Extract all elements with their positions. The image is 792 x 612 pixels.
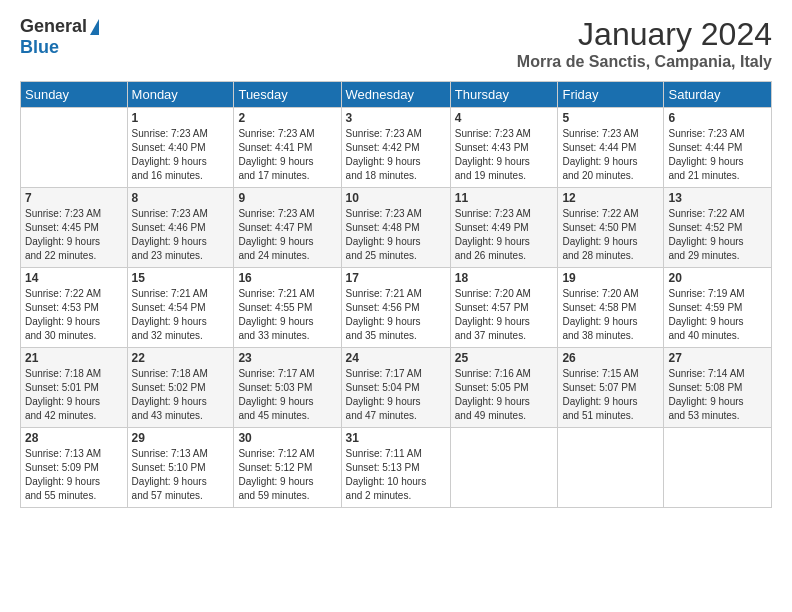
day-info: Sunrise: 7:23 AM Sunset: 4:43 PM Dayligh… <box>455 127 554 183</box>
logo-general-text: General <box>20 16 87 37</box>
day-number: 8 <box>132 191 230 205</box>
logo-triangle-icon <box>90 19 99 35</box>
calendar-cell: 3Sunrise: 7:23 AM Sunset: 4:42 PM Daylig… <box>341 108 450 188</box>
calendar-cell: 30Sunrise: 7:12 AM Sunset: 5:12 PM Dayli… <box>234 428 341 508</box>
day-info: Sunrise: 7:21 AM Sunset: 4:56 PM Dayligh… <box>346 287 446 343</box>
day-info: Sunrise: 7:16 AM Sunset: 5:05 PM Dayligh… <box>455 367 554 423</box>
week-row-5: 28Sunrise: 7:13 AM Sunset: 5:09 PM Dayli… <box>21 428 772 508</box>
day-number: 19 <box>562 271 659 285</box>
calendar-cell: 13Sunrise: 7:22 AM Sunset: 4:52 PM Dayli… <box>664 188 772 268</box>
day-number: 24 <box>346 351 446 365</box>
calendar-cell <box>21 108 128 188</box>
day-number: 20 <box>668 271 767 285</box>
day-number: 26 <box>562 351 659 365</box>
day-info: Sunrise: 7:21 AM Sunset: 4:55 PM Dayligh… <box>238 287 336 343</box>
calendar-cell <box>450 428 558 508</box>
calendar-cell: 1Sunrise: 7:23 AM Sunset: 4:40 PM Daylig… <box>127 108 234 188</box>
day-info: Sunrise: 7:15 AM Sunset: 5:07 PM Dayligh… <box>562 367 659 423</box>
day-number: 14 <box>25 271 123 285</box>
week-row-1: 1Sunrise: 7:23 AM Sunset: 4:40 PM Daylig… <box>21 108 772 188</box>
calendar-header-row: SundayMondayTuesdayWednesdayThursdayFrid… <box>21 82 772 108</box>
calendar-table: SundayMondayTuesdayWednesdayThursdayFrid… <box>20 81 772 508</box>
day-number: 7 <box>25 191 123 205</box>
day-number: 18 <box>455 271 554 285</box>
day-number: 15 <box>132 271 230 285</box>
week-row-2: 7Sunrise: 7:23 AM Sunset: 4:45 PM Daylig… <box>21 188 772 268</box>
calendar-cell: 9Sunrise: 7:23 AM Sunset: 4:47 PM Daylig… <box>234 188 341 268</box>
day-info: Sunrise: 7:13 AM Sunset: 5:10 PM Dayligh… <box>132 447 230 503</box>
calendar-cell: 2Sunrise: 7:23 AM Sunset: 4:41 PM Daylig… <box>234 108 341 188</box>
calendar-cell: 27Sunrise: 7:14 AM Sunset: 5:08 PM Dayli… <box>664 348 772 428</box>
calendar-cell: 10Sunrise: 7:23 AM Sunset: 4:48 PM Dayli… <box>341 188 450 268</box>
day-info: Sunrise: 7:18 AM Sunset: 5:02 PM Dayligh… <box>132 367 230 423</box>
day-number: 25 <box>455 351 554 365</box>
day-number: 9 <box>238 191 336 205</box>
col-header-thursday: Thursday <box>450 82 558 108</box>
calendar-cell: 26Sunrise: 7:15 AM Sunset: 5:07 PM Dayli… <box>558 348 664 428</box>
logo: General Blue <box>20 16 99 58</box>
day-info: Sunrise: 7:23 AM Sunset: 4:49 PM Dayligh… <box>455 207 554 263</box>
calendar-cell <box>558 428 664 508</box>
day-info: Sunrise: 7:20 AM Sunset: 4:57 PM Dayligh… <box>455 287 554 343</box>
calendar-cell: 8Sunrise: 7:23 AM Sunset: 4:46 PM Daylig… <box>127 188 234 268</box>
calendar-cell: 23Sunrise: 7:17 AM Sunset: 5:03 PM Dayli… <box>234 348 341 428</box>
day-info: Sunrise: 7:23 AM Sunset: 4:48 PM Dayligh… <box>346 207 446 263</box>
day-info: Sunrise: 7:23 AM Sunset: 4:46 PM Dayligh… <box>132 207 230 263</box>
logo-blue-text: Blue <box>20 37 59 57</box>
calendar-cell: 5Sunrise: 7:23 AM Sunset: 4:44 PM Daylig… <box>558 108 664 188</box>
day-info: Sunrise: 7:20 AM Sunset: 4:58 PM Dayligh… <box>562 287 659 343</box>
calendar-cell: 31Sunrise: 7:11 AM Sunset: 5:13 PM Dayli… <box>341 428 450 508</box>
day-info: Sunrise: 7:23 AM Sunset: 4:47 PM Dayligh… <box>238 207 336 263</box>
day-info: Sunrise: 7:22 AM Sunset: 4:50 PM Dayligh… <box>562 207 659 263</box>
calendar-cell <box>664 428 772 508</box>
day-info: Sunrise: 7:19 AM Sunset: 4:59 PM Dayligh… <box>668 287 767 343</box>
calendar-subtitle: Morra de Sanctis, Campania, Italy <box>517 53 772 71</box>
calendar-cell: 7Sunrise: 7:23 AM Sunset: 4:45 PM Daylig… <box>21 188 128 268</box>
calendar-cell: 19Sunrise: 7:20 AM Sunset: 4:58 PM Dayli… <box>558 268 664 348</box>
day-number: 23 <box>238 351 336 365</box>
calendar-cell: 6Sunrise: 7:23 AM Sunset: 4:44 PM Daylig… <box>664 108 772 188</box>
day-number: 29 <box>132 431 230 445</box>
calendar-cell: 11Sunrise: 7:23 AM Sunset: 4:49 PM Dayli… <box>450 188 558 268</box>
calendar-cell: 28Sunrise: 7:13 AM Sunset: 5:09 PM Dayli… <box>21 428 128 508</box>
day-number: 17 <box>346 271 446 285</box>
calendar-cell: 12Sunrise: 7:22 AM Sunset: 4:50 PM Dayli… <box>558 188 664 268</box>
day-number: 11 <box>455 191 554 205</box>
col-header-saturday: Saturday <box>664 82 772 108</box>
day-info: Sunrise: 7:13 AM Sunset: 5:09 PM Dayligh… <box>25 447 123 503</box>
day-number: 12 <box>562 191 659 205</box>
day-info: Sunrise: 7:23 AM Sunset: 4:44 PM Dayligh… <box>668 127 767 183</box>
day-info: Sunrise: 7:17 AM Sunset: 5:03 PM Dayligh… <box>238 367 336 423</box>
calendar-cell: 17Sunrise: 7:21 AM Sunset: 4:56 PM Dayli… <box>341 268 450 348</box>
day-number: 21 <box>25 351 123 365</box>
day-info: Sunrise: 7:18 AM Sunset: 5:01 PM Dayligh… <box>25 367 123 423</box>
day-info: Sunrise: 7:23 AM Sunset: 4:44 PM Dayligh… <box>562 127 659 183</box>
page: General Blue January 2024 Morra de Sanct… <box>0 0 792 518</box>
day-info: Sunrise: 7:11 AM Sunset: 5:13 PM Dayligh… <box>346 447 446 503</box>
col-header-friday: Friday <box>558 82 664 108</box>
day-info: Sunrise: 7:22 AM Sunset: 4:52 PM Dayligh… <box>668 207 767 263</box>
calendar-cell: 4Sunrise: 7:23 AM Sunset: 4:43 PM Daylig… <box>450 108 558 188</box>
day-info: Sunrise: 7:14 AM Sunset: 5:08 PM Dayligh… <box>668 367 767 423</box>
calendar-cell: 21Sunrise: 7:18 AM Sunset: 5:01 PM Dayli… <box>21 348 128 428</box>
day-number: 27 <box>668 351 767 365</box>
calendar-cell: 22Sunrise: 7:18 AM Sunset: 5:02 PM Dayli… <box>127 348 234 428</box>
calendar-cell: 29Sunrise: 7:13 AM Sunset: 5:10 PM Dayli… <box>127 428 234 508</box>
week-row-3: 14Sunrise: 7:22 AM Sunset: 4:53 PM Dayli… <box>21 268 772 348</box>
day-info: Sunrise: 7:23 AM Sunset: 4:42 PM Dayligh… <box>346 127 446 183</box>
day-number: 2 <box>238 111 336 125</box>
col-header-tuesday: Tuesday <box>234 82 341 108</box>
title-block: January 2024 Morra de Sanctis, Campania,… <box>517 16 772 71</box>
day-number: 16 <box>238 271 336 285</box>
calendar-cell: 18Sunrise: 7:20 AM Sunset: 4:57 PM Dayli… <box>450 268 558 348</box>
day-info: Sunrise: 7:22 AM Sunset: 4:53 PM Dayligh… <box>25 287 123 343</box>
day-number: 4 <box>455 111 554 125</box>
day-info: Sunrise: 7:23 AM Sunset: 4:40 PM Dayligh… <box>132 127 230 183</box>
day-number: 5 <box>562 111 659 125</box>
day-number: 10 <box>346 191 446 205</box>
day-number: 13 <box>668 191 767 205</box>
day-info: Sunrise: 7:17 AM Sunset: 5:04 PM Dayligh… <box>346 367 446 423</box>
col-header-wednesday: Wednesday <box>341 82 450 108</box>
calendar-title: January 2024 <box>517 16 772 53</box>
day-info: Sunrise: 7:23 AM Sunset: 4:41 PM Dayligh… <box>238 127 336 183</box>
